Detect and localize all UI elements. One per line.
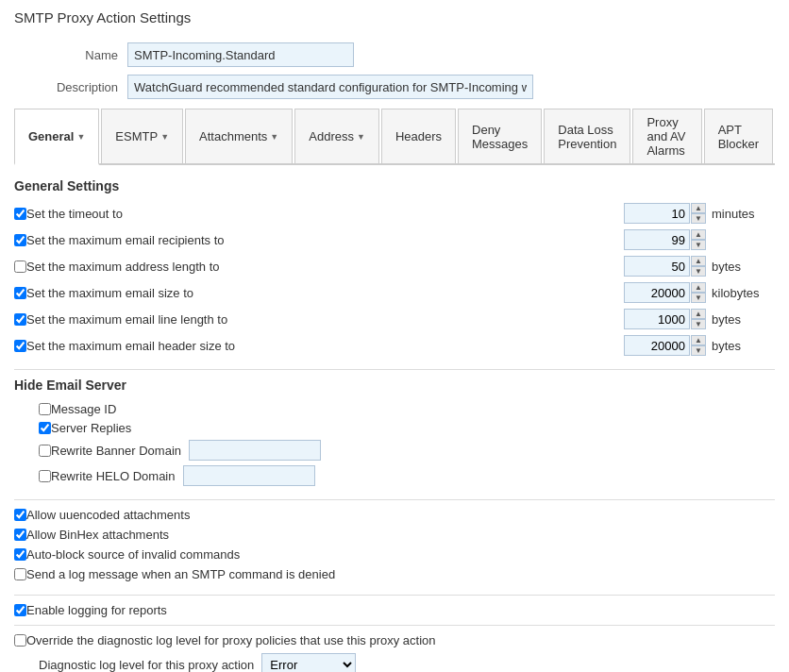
spinner-unit-max-header-size: bytes bbox=[712, 339, 764, 353]
diagnostic-override-row: Override the diagnostic log level for pr… bbox=[14, 633, 775, 647]
label-server-replies: Server Replies bbox=[51, 421, 131, 435]
page-title: SMTP Proxy Action Settings bbox=[14, 9, 775, 31]
checkbox-rewrite-helo[interactable] bbox=[39, 470, 51, 482]
spinner-input-max-recipients[interactable] bbox=[624, 229, 690, 250]
logging-row: Enable logging for reports bbox=[14, 603, 775, 617]
tab-attachments[interactable]: Attachments▼ bbox=[185, 109, 293, 163]
gs-row-max-line-length: Set the maximum email line length to▲▼by… bbox=[14, 309, 775, 329]
checkbox-binhex[interactable] bbox=[14, 529, 26, 541]
gs-row-max-recipients: Set the maximum email recipients to▲▼ bbox=[14, 229, 775, 250]
diag-log-level-row: Diagnostic log level for this proxy acti… bbox=[39, 653, 775, 672]
spinner-input-max-line-length[interactable] bbox=[624, 309, 690, 329]
spinner-down-timeout[interactable]: ▼ bbox=[691, 213, 706, 224]
diag-log-level-select[interactable]: ErrorWarningInformationDebug bbox=[261, 653, 356, 672]
hide-email-server-title: Hide Email Server bbox=[14, 378, 775, 393]
label-diag-override: Override the diagnostic log level for pr… bbox=[26, 633, 436, 647]
spinner-input-max-email-size[interactable] bbox=[624, 282, 690, 303]
checkbox-max-addr-length[interactable] bbox=[14, 260, 26, 273]
tab-arrow-attachments: ▼ bbox=[270, 132, 278, 142]
label-auto-block: Auto-block source of invalid commands bbox=[26, 547, 240, 562]
checkbox-enable-logging[interactable] bbox=[14, 604, 26, 616]
checkbox-auto-block[interactable] bbox=[14, 548, 26, 561]
page-container: SMTP Proxy Action Settings Name Descript… bbox=[0, 0, 789, 672]
checkbox-max-email-size[interactable] bbox=[14, 287, 26, 299]
label-max-recipients: Set the maximum email recipients to bbox=[26, 233, 225, 247]
extra-checkboxes-section: Allow uuencoded attachmentsAllow BinHex … bbox=[14, 508, 775, 581]
diagnostic-section: Override the diagnostic log level for pr… bbox=[14, 633, 775, 672]
checkbox-row-auto-block: Auto-block source of invalid commands bbox=[14, 547, 775, 562]
checkbox-log-denied[interactable] bbox=[14, 568, 26, 580]
label-log-denied: Send a log message when an SMTP command … bbox=[26, 567, 335, 581]
spinner-down-max-recipients[interactable]: ▼ bbox=[691, 240, 706, 250]
spinner-group-max-email-size: ▲▼kilobytes bbox=[624, 282, 775, 303]
input-rewrite-banner[interactable] bbox=[189, 440, 321, 461]
spinner-up-max-email-size[interactable]: ▲ bbox=[691, 282, 706, 293]
tab-data-loss[interactable]: Data Loss Prevention bbox=[544, 109, 630, 163]
gs-row-max-header-size: Set the maximum email header size to▲▼by… bbox=[14, 335, 775, 356]
spinner-up-max-recipients[interactable]: ▲ bbox=[691, 229, 706, 240]
checkbox-diag-override[interactable] bbox=[14, 634, 26, 647]
spinner-unit-max-email-size: kilobytes bbox=[712, 286, 764, 300]
label-timeout: Set the timeout to bbox=[26, 207, 123, 221]
name-input[interactable] bbox=[127, 42, 354, 67]
spinner-input-max-header-size[interactable] bbox=[624, 335, 690, 356]
rewrite-banner-row: Rewrite Banner Domain bbox=[39, 440, 775, 461]
tab-general[interactable]: General▼ bbox=[14, 109, 99, 165]
label-enable-logging: Enable logging for reports bbox=[26, 603, 167, 617]
spinner-input-max-addr-length[interactable] bbox=[624, 256, 690, 277]
tabs-container: General▼ESMTP▼Attachments▼Address▼Header… bbox=[14, 109, 775, 165]
spinner-down-max-header-size[interactable]: ▼ bbox=[691, 345, 706, 356]
desc-input[interactable] bbox=[127, 75, 533, 99]
spinner-group-max-header-size: ▲▼bytes bbox=[624, 335, 775, 356]
checkbox-max-header-size[interactable] bbox=[14, 340, 26, 352]
checkbox-rewrite-banner[interactable] bbox=[39, 445, 51, 457]
checkbox-message-id[interactable] bbox=[39, 403, 51, 415]
hes-row-message-id: Message ID bbox=[39, 402, 775, 416]
tab-proxy-av[interactable]: Proxy and AV Alarms bbox=[632, 109, 701, 163]
label-max-header-size: Set the maximum email header size to bbox=[26, 339, 235, 353]
checkbox-max-line-length[interactable] bbox=[14, 313, 26, 326]
spinner-up-max-line-length[interactable]: ▲ bbox=[691, 309, 706, 319]
tab-arrow-address: ▼ bbox=[357, 132, 365, 142]
spinner-up-timeout[interactable]: ▲ bbox=[691, 203, 706, 213]
spinner-up-max-header-size[interactable]: ▲ bbox=[691, 335, 706, 345]
label-max-line-length: Set the maximum email line length to bbox=[26, 312, 227, 327]
label-message-id: Message ID bbox=[51, 402, 116, 416]
name-row: Name bbox=[14, 42, 775, 67]
rewrite-helo-row: Rewrite HELO Domain bbox=[39, 465, 775, 486]
input-rewrite-helo[interactable] bbox=[183, 465, 315, 486]
gs-row-timeout: Set the timeout to▲▼minutes bbox=[14, 203, 775, 224]
checkbox-uuencoded[interactable] bbox=[14, 509, 26, 521]
checkbox-max-recipients[interactable] bbox=[14, 234, 26, 246]
spinner-input-timeout[interactable] bbox=[624, 203, 690, 224]
tab-deny-messages[interactable]: Deny Messages bbox=[458, 109, 542, 163]
name-label: Name bbox=[14, 48, 127, 62]
tab-headers[interactable]: Headers bbox=[381, 109, 456, 163]
spinner-unit-max-addr-length: bytes bbox=[712, 260, 764, 274]
tab-esmtp[interactable]: ESMTP▼ bbox=[101, 109, 183, 163]
spinner-group-max-recipients: ▲▼ bbox=[624, 229, 775, 250]
checkbox-server-replies[interactable] bbox=[39, 422, 51, 434]
spinner-down-max-line-length[interactable]: ▼ bbox=[691, 319, 706, 329]
label-rewrite-helo: Rewrite HELO Domain bbox=[51, 469, 176, 483]
spinner-down-max-addr-length[interactable]: ▼ bbox=[691, 266, 706, 277]
spinner-unit-timeout: minutes bbox=[712, 207, 764, 221]
label-binhex: Allow BinHex attachments bbox=[26, 528, 169, 542]
gs-row-max-addr-length: Set the maximum address length to▲▼bytes bbox=[14, 256, 775, 277]
label-uuencoded: Allow uuencoded attachments bbox=[26, 508, 190, 522]
tab-arrow-general: ▼ bbox=[76, 132, 85, 142]
tab-apt[interactable]: APT Blocker bbox=[704, 109, 773, 163]
desc-label: Description bbox=[14, 80, 127, 94]
checkbox-timeout[interactable] bbox=[14, 208, 26, 220]
spinner-group-max-line-length: ▲▼bytes bbox=[624, 309, 775, 329]
tab-address[interactable]: Address▼ bbox=[294, 109, 379, 163]
spinner-up-max-addr-length[interactable]: ▲ bbox=[691, 256, 706, 266]
label-max-email-size: Set the maximum email size to bbox=[26, 286, 193, 300]
hide-email-server-section: Hide Email Server Message IDServer Repli… bbox=[14, 378, 775, 486]
spinner-group-max-addr-length: ▲▼bytes bbox=[624, 256, 775, 277]
spinner-down-max-email-size[interactable]: ▼ bbox=[691, 293, 706, 303]
hes-row-server-replies: Server Replies bbox=[39, 421, 775, 435]
checkbox-row-log-denied: Send a log message when an SMTP command … bbox=[14, 567, 775, 581]
general-settings-section: General Settings Set the timeout to▲▼min… bbox=[14, 178, 775, 356]
desc-row: Description bbox=[14, 75, 775, 99]
